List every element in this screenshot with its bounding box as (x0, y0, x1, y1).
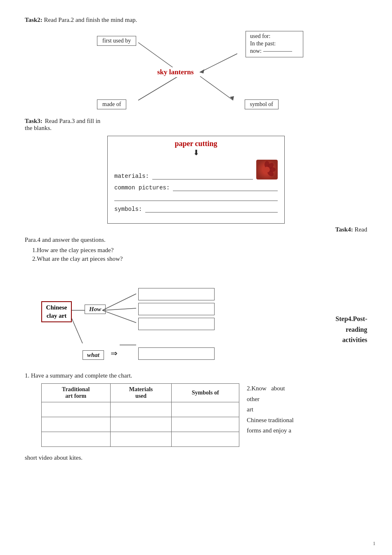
pc-materials-label: materials: (114, 173, 149, 179)
table-header-row: Traditionalart form Materialsused Symbol… (42, 384, 239, 402)
pc-common-row: common pictures: (114, 184, 278, 191)
task3-label: Task3: (25, 118, 43, 125)
svg-line-16 (102, 310, 136, 323)
clay-art-wrapper: Chinese clay art How what ⇒ (41, 273, 314, 364)
task2-desc: Read Para.2 and finish the mind map. (44, 17, 137, 23)
know-block: 2.Know about other art Chinese tradition… (247, 383, 294, 436)
svg-line-17 (72, 319, 83, 343)
svg-line-1 (200, 54, 237, 72)
step4-block: Step4.Post- reading activities (314, 268, 367, 345)
pc-materials-row: materials: (114, 160, 278, 179)
table-row (42, 417, 239, 432)
paper-cutting-wrapper: paper cutting ⬇ materials: common pictur… (25, 136, 367, 224)
pc-symbols-label: symbols: (114, 206, 142, 213)
clay-section: Chinese clay art How what ⇒ Step4.Post- (25, 268, 367, 366)
task4-right: Task4: Read (335, 226, 367, 233)
svg-line-3 (200, 76, 233, 100)
svg-marker-5 (199, 69, 204, 73)
question2: 2.What are the clay art pieces show? (32, 255, 367, 262)
task4-para-text: Para.4 and answer the questions. (25, 236, 367, 243)
know-art: art (247, 404, 294, 415)
pc-common-blank2 (114, 195, 278, 201)
task3-blanks: the blanks. (25, 125, 367, 132)
pc-materials-blank (152, 172, 253, 179)
table-cell (42, 402, 111, 417)
table-row (42, 402, 239, 417)
table-cell (172, 432, 239, 447)
svg-point-12 (264, 167, 270, 172)
pc-decorative-image (256, 160, 278, 179)
know-line1: Chinese traditional (247, 415, 294, 426)
col-header-artform: Traditionalart form (42, 384, 111, 402)
mindmap: first used by used for: In the past: now… (89, 31, 303, 113)
step4-text: Step4.Post- reading activities (335, 314, 367, 345)
svg-line-14 (102, 294, 136, 310)
pc-symbols-row: symbols: (114, 205, 278, 213)
table-cell (172, 417, 239, 432)
task2-section: Task2: Read Para.2 and finish the mind m… (25, 17, 367, 113)
task3-row: Task3: Read Para.3 and fill in (25, 118, 367, 125)
sky-lanterns-center: sky lanterns (155, 67, 196, 77)
summary-intro: 1. Have a summary and complete the chart… (25, 372, 367, 379)
mindmap-wrapper: first used by used for: In the past: now… (25, 31, 367, 113)
arrow-right-icon: ⇒ (111, 348, 118, 358)
question1: 1.How are the clay pieces made? (32, 247, 367, 254)
svg-line-15 (102, 308, 136, 310)
short-video: short video about kites. (25, 454, 367, 461)
pc-symbols-blank (145, 205, 278, 213)
task4-read: Read (354, 226, 367, 233)
task4-label: Task4: (335, 226, 353, 233)
paper-cutting-box: paper cutting ⬇ materials: common pictur… (107, 136, 285, 224)
summary-table-wrapper: Traditionalart form Materialsused Symbol… (41, 383, 239, 447)
table-cell (42, 417, 111, 432)
table-cell (110, 432, 172, 447)
col-header-symbols: Symbols of (172, 384, 239, 402)
table-cell (42, 432, 111, 447)
box-how: How (85, 305, 106, 314)
what-answer-box (138, 347, 215, 360)
know-line2: forms and enjoy a (247, 425, 294, 436)
how-answer-box-2 (138, 303, 215, 315)
table-cell (110, 402, 172, 417)
task2-title: Task2: Read Para.2 and finish the mind m… (25, 17, 367, 24)
know-other: other (247, 394, 294, 405)
summary-table: Traditionalart form Materialsused Symbol… (41, 383, 239, 447)
arrow-down-icon: ⬇ (114, 148, 278, 157)
svg-line-2 (138, 76, 179, 100)
how-answer-box-3 (138, 318, 215, 330)
table-cell (110, 417, 172, 432)
task3-section: Task3: Read Para.3 and fill in the blank… (25, 118, 367, 132)
how-answer-box-1 (138, 288, 215, 300)
pc-common-label: common pictures: (114, 184, 170, 191)
col-header-materials: Materialsused (110, 384, 172, 402)
clay-diagram: Chinese clay art How what ⇒ (41, 273, 215, 364)
task2-label: Task2: (25, 17, 43, 23)
task4-label-block: Task4: Read (25, 226, 367, 233)
paper-cutting-title: paper cutting (114, 136, 278, 148)
page-number: 1 (373, 540, 376, 547)
pc-common-blank (173, 184, 278, 191)
box-clayart: Chinese clay art (41, 301, 72, 322)
summary-block: Traditionalart form Materialsused Symbol… (41, 383, 367, 447)
flower-icon (257, 161, 276, 179)
box-what: what (83, 350, 104, 360)
table-cell (172, 402, 239, 417)
task3-right: Read Para.3 and fill in (45, 118, 367, 125)
table-row (42, 432, 239, 447)
